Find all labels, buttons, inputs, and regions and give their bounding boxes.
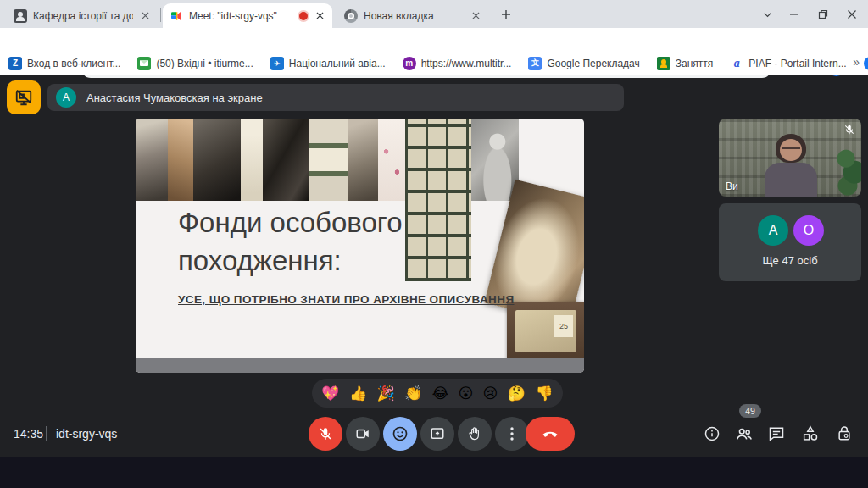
- reaction-thinking[interactable]: 🤔: [508, 385, 526, 402]
- windows-taskbar: Поиск i W 1 21°C: [0, 458, 868, 488]
- stop-presenting-button[interactable]: [7, 80, 41, 114]
- reaction-laugh[interactable]: 😂: [432, 385, 449, 402]
- tab-title: Meet: "idt-srgy-vqs": [189, 10, 293, 22]
- meeting-code: idt-srgy-vqs: [56, 427, 117, 441]
- plant-decor: [832, 142, 861, 197]
- slide-photo-archive-box: 25: [507, 302, 584, 359]
- new-tab-button[interactable]: [498, 7, 514, 22]
- bookmark-aviation-university[interactable]: ✈Національний авіа...: [270, 57, 386, 70]
- close-tab-icon[interactable]: [314, 10, 326, 22]
- end-call-button[interactable]: [526, 417, 575, 451]
- window-close-button[interactable]: [844, 7, 860, 22]
- slide-photo: [193, 119, 241, 201]
- slide-photo-bust: [471, 119, 519, 201]
- reaction-party[interactable]: 🎉: [376, 385, 394, 402]
- close-tab-icon[interactable]: [470, 10, 481, 22]
- mic-muted-icon: [843, 124, 855, 139]
- slide-photo: [309, 119, 348, 201]
- slide-photo: [263, 119, 309, 201]
- tab-meet[interactable]: Meet: "idt-srgy-vqs": [163, 3, 332, 28]
- meeting-time: 14:35: [14, 427, 43, 441]
- chrome-favicon: [344, 9, 358, 23]
- classroom-icon: [657, 57, 670, 70]
- meet-favicon: [170, 9, 183, 23]
- reaction-thumbs-down[interactable]: 👎: [535, 385, 553, 402]
- footer-divider: [46, 426, 47, 441]
- self-video-person: [761, 134, 821, 197]
- z-app-icon: Z: [8, 57, 22, 70]
- title-divider: [178, 286, 539, 286]
- multitran-icon: m: [403, 57, 416, 70]
- self-view-label: Ви: [726, 180, 738, 192]
- window-minimize-button[interactable]: [787, 7, 802, 22]
- presenting-banner-text: Анастасия Чумаковская на экране: [86, 92, 263, 104]
- tab-new[interactable]: Новая вкладка: [337, 3, 488, 28]
- participant-avatar-a: A: [758, 215, 788, 246]
- mail-icon: [137, 57, 151, 70]
- bookmarks-bar: ZВход в веб-клиент... (50) Вхідні • itiu…: [0, 52, 868, 75]
- reactions-bar: 💖 👍 🎉 👏 😂 😮 😢 🤔 👎: [312, 379, 563, 408]
- translate-icon: 文: [528, 57, 542, 70]
- participant-avatar-o: O: [793, 215, 824, 246]
- reaction-heart[interactable]: 💖: [321, 385, 339, 402]
- host-controls-button[interactable]: [834, 424, 854, 444]
- bookmark-google-translate[interactable]: 文Google Перекладач: [528, 57, 639, 70]
- piaf-icon: a: [730, 57, 743, 70]
- presenting-banner: А Анастасия Чумаковская на экране: [47, 84, 624, 111]
- plane-icon: ✈: [270, 57, 284, 70]
- reactions-button[interactable]: [383, 417, 417, 451]
- facebook-icon: f: [864, 57, 868, 70]
- tab-search-chevron-icon[interactable]: [760, 7, 775, 22]
- slide-subtitle: УСЕ, ЩО ПОТРІБНО ЗНАТИ ПРО АРХІВНЕ ОПИСУ…: [178, 293, 515, 306]
- slide-title: Фонди особового походження:: [178, 203, 403, 280]
- reaction-cry[interactable]: 😢: [483, 385, 498, 402]
- university-site-favicon: [14, 9, 27, 23]
- slide-photo-certificates: [405, 119, 471, 281]
- slide-photo-collage: [136, 119, 405, 201]
- raise-hand-button[interactable]: [458, 417, 492, 451]
- tab-separator: [160, 8, 161, 22]
- slide-photo: [168, 119, 193, 201]
- archive-box-label: 25: [554, 315, 573, 337]
- bookmark-zoom-webclient[interactable]: ZВход в веб-клиент...: [8, 57, 120, 70]
- more-participants-tile[interactable]: A O Ще 47 осіб: [719, 203, 861, 281]
- presenter-avatar: А: [56, 87, 76, 108]
- more-participants-label: Ще 47 осіб: [719, 254, 861, 267]
- activities-button[interactable]: [800, 424, 821, 444]
- tab-title: Новая вкладка: [364, 10, 464, 22]
- camera-button[interactable]: [346, 417, 380, 451]
- browser-toolbar: meet.google.com/idt-srgy-vqs?authuser=0: [0, 28, 868, 52]
- slide-footer-bar: [136, 358, 584, 373]
- mic-off-button[interactable]: [309, 417, 342, 451]
- meeting-details-button[interactable]: [702, 424, 722, 444]
- bookmark-multitran[interactable]: mhttps://www.multitr...: [403, 57, 512, 70]
- bookmarks-overflow-chevron[interactable]: »: [853, 55, 860, 69]
- participants-count-badge: 49: [739, 404, 761, 418]
- reaction-thumbs-up[interactable]: 👍: [349, 385, 367, 402]
- window-restore-button[interactable]: [815, 7, 831, 22]
- participants-button[interactable]: [734, 424, 754, 444]
- bookmark-inbox[interactable]: (50) Вхідні • itiurme...: [137, 57, 253, 70]
- recording-indicator-icon: [299, 12, 308, 20]
- screen: Кафедра історії та документозн Meet: "id…: [0, 0, 868, 488]
- bookmark-classroom[interactable]: Заняття: [657, 57, 714, 70]
- close-tab-icon[interactable]: [139, 10, 151, 22]
- bookmark-facebook[interactable]: fIryna Tuirmenko | F...: [864, 57, 868, 70]
- slide-photo: [241, 119, 263, 201]
- slide-photo: [136, 119, 168, 201]
- chat-button[interactable]: [766, 424, 787, 444]
- tab-title: Кафедра історії та документозн: [33, 10, 133, 22]
- slide-photo: [348, 119, 378, 201]
- slide-photo: [378, 119, 405, 201]
- presentation-slide: 25 Фонди особового походження: УСЕ, ЩО П…: [136, 119, 584, 373]
- reaction-surprised[interactable]: 😮: [459, 385, 474, 402]
- browser-tab-strip: Кафедра історії та документозн Meet: "id…: [0, 0, 868, 28]
- reaction-clap[interactable]: 👏: [404, 385, 422, 402]
- tab-kafedra[interactable]: Кафедра історії та документозн: [7, 3, 158, 28]
- more-options-button[interactable]: [495, 417, 529, 451]
- present-screen-button[interactable]: [420, 417, 454, 451]
- self-view-tile[interactable]: Ви: [719, 119, 861, 197]
- bookmark-piaf[interactable]: aPIAF - Portail Intern...: [730, 57, 846, 70]
